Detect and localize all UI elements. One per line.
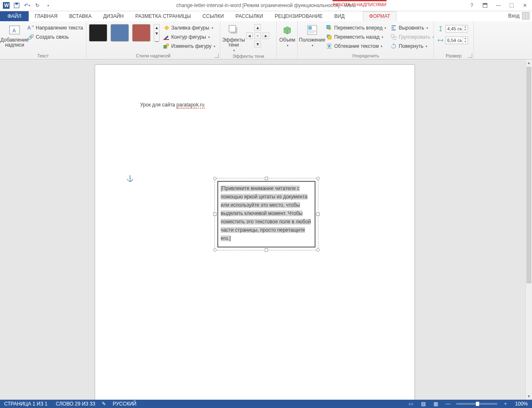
zoom-thumb[interactable] (476, 402, 479, 406)
scroll-up-icon[interactable]: ▲ (526, 59, 532, 66)
style-gallery[interactable]: ▴▾⎯ (89, 22, 160, 42)
text-direction-icon: A (27, 25, 34, 31)
handle-e[interactable] (316, 213, 320, 216)
svg-rect-22 (391, 35, 394, 37)
create-link-button[interactable]: 🔗Создать связь (27, 32, 84, 42)
group-objects-button: Группировать▾ (389, 32, 435, 42)
avatar-icon (522, 12, 530, 20)
styles-dialog-launcher[interactable] (214, 54, 219, 58)
handle-se[interactable] (316, 248, 320, 252)
height-field-row: ▲▼ (436, 24, 469, 33)
contextual-tab-group: РАБОТА С НАДПИСЯМИ (332, 0, 387, 7)
volume-button[interactable]: Объем▾ (279, 22, 295, 48)
tab-view[interactable]: ВИД (328, 11, 350, 21)
status-words[interactable]: СЛОВО 29 ИЗ 33 (52, 401, 99, 407)
width-down-icon[interactable]: ▼ (463, 40, 468, 44)
tab-page-layout[interactable]: РАЗМЕТКА СТРАНИЦЫ (130, 11, 197, 21)
zoom-out-icon[interactable]: — (443, 401, 453, 407)
word-icon[interactable]: W (2, 1, 11, 10)
height-up-icon[interactable]: ▲ (463, 25, 468, 29)
svg-rect-6 (510, 3, 514, 7)
wrap-text-button[interactable]: Обтекание текстом▾ (325, 42, 387, 51)
align-label: Выровнять (399, 25, 424, 31)
sign-in-label: Вход (508, 13, 520, 19)
status-page[interactable]: СТРАНИЦА 1 ИЗ 1 (0, 401, 52, 407)
rotate-button[interactable]: Повернуть▾ (389, 42, 435, 51)
nudge-right-icon[interactable]: ▸ (263, 32, 269, 39)
tab-insert[interactable]: ВСТАВКА (63, 11, 97, 21)
bring-forward-label: Переместить вперед (334, 25, 382, 31)
redo-icon[interactable]: ↻ (33, 1, 42, 10)
bring-forward-button[interactable]: Переместить вперед▾ (325, 23, 387, 32)
svg-point-12 (166, 44, 169, 46)
shadow-icon (227, 23, 240, 37)
height-down-icon[interactable]: ▼ (463, 29, 468, 32)
add-textbox-button[interactable]: A Добавление надписи (2, 22, 27, 47)
view-print-icon[interactable]: ▤ (419, 401, 428, 407)
tab-home[interactable]: ГЛАВНАЯ (29, 11, 63, 21)
tab-design[interactable]: ДИЗАЙН (97, 11, 129, 21)
shape-fill-label: Заливка фигуры (171, 25, 209, 31)
scroll-thumb[interactable] (527, 67, 531, 283)
shape-fill-button[interactable]: Заливка фигуры▾ (162, 23, 216, 32)
textbox-selection[interactable]: [Привлеките внимание читателя с помощью … (214, 178, 318, 250)
change-shape-button[interactable]: Изменить фигуру▾ (162, 42, 216, 51)
help-icon[interactable]: ? (466, 1, 477, 10)
position-button[interactable]: Положение▾ (300, 22, 324, 48)
nudge-up-icon[interactable]: ▴ (254, 24, 261, 31)
tab-mailings[interactable]: РАССЫЛКИ (230, 11, 269, 21)
tab-file[interactable]: ФАЙЛ (0, 11, 29, 21)
text-direction-button[interactable]: AНаправление текста (27, 23, 84, 32)
tab-references[interactable]: ССЫЛКИ (197, 11, 229, 21)
handle-nw[interactable] (213, 177, 217, 180)
ribbon-options-icon[interactable] (480, 1, 490, 10)
status-proofing-icon[interactable]: ✎ (99, 401, 108, 407)
sign-in[interactable]: Вход (508, 12, 530, 20)
handle-ne[interactable] (316, 177, 320, 180)
nudge-down-icon[interactable]: ▾ (254, 41, 261, 47)
shadow-effects-button[interactable]: Эффекты тени▾ (223, 22, 244, 53)
scroll-down-icon[interactable]: ▼ (526, 393, 532, 400)
status-language[interactable]: РУССКИЙ (108, 401, 140, 407)
handle-w[interactable] (213, 213, 217, 216)
bring-forward-icon (326, 25, 332, 31)
tab-review[interactable]: РЕЦЕНЗИРОВАНИЕ (269, 11, 328, 21)
qat-customize-icon[interactable]: ▾ (43, 1, 52, 10)
maximize-icon[interactable] (506, 1, 517, 10)
svg-rect-18 (327, 25, 330, 29)
vertical-scrollbar[interactable]: ▲ ▼ (525, 59, 532, 400)
group-size: ▲▼ ▲▼ Размер (434, 21, 474, 59)
width-up-icon[interactable]: ▲ (463, 37, 468, 40)
shape-outline-button[interactable]: Контур фигуры▾ (162, 32, 216, 42)
style-black[interactable] (89, 24, 107, 42)
nudge-center-icon[interactable]: ▫ (254, 32, 261, 39)
tab-format[interactable]: ФОРМАТ (363, 11, 397, 21)
style-blue[interactable] (111, 24, 129, 42)
svg-text:W: W (4, 2, 9, 8)
view-read-icon[interactable]: ▭ (406, 401, 415, 407)
zoom-in-icon[interactable]: + (501, 401, 510, 407)
handle-n[interactable] (265, 177, 268, 180)
view-web-icon[interactable]: ▦ (431, 401, 440, 407)
volume-label: Объем (279, 37, 295, 42)
heading-text-a: Урок для сайта (140, 102, 177, 108)
gallery-more-icon[interactable]: ▴▾⎯ (154, 24, 160, 42)
save-icon[interactable] (12, 1, 21, 10)
align-button[interactable]: Выровнять▾ (389, 23, 435, 32)
handle-s[interactable] (265, 248, 268, 252)
nudge-left-icon[interactable]: ◂ (246, 32, 253, 39)
undo-icon[interactable]: ↶▾ (22, 1, 32, 10)
close-icon[interactable]: ✕ (520, 1, 530, 10)
anchor-icon[interactable]: ⚓ (126, 175, 133, 182)
zoom-slider[interactable] (456, 403, 498, 405)
send-backward-button[interactable]: Переместить назад▾ (325, 32, 387, 42)
textbox[interactable]: [Привлеките внимание читателя с помощью … (217, 181, 315, 247)
zoom-value[interactable]: 100% (513, 401, 530, 407)
handle-sw[interactable] (213, 248, 217, 252)
page-heading[interactable]: Урок для сайта paratapok.ru (140, 97, 204, 109)
style-red[interactable] (132, 24, 150, 42)
page[interactable]: Урок для сайта paratapok.ru ⚓ [Привлекит… (95, 64, 415, 400)
minimize-icon[interactable]: — (493, 1, 504, 10)
document-area[interactable]: Урок для сайта paratapok.ru ⚓ [Привлекит… (0, 59, 525, 400)
size-dialog-launcher[interactable] (468, 54, 472, 58)
